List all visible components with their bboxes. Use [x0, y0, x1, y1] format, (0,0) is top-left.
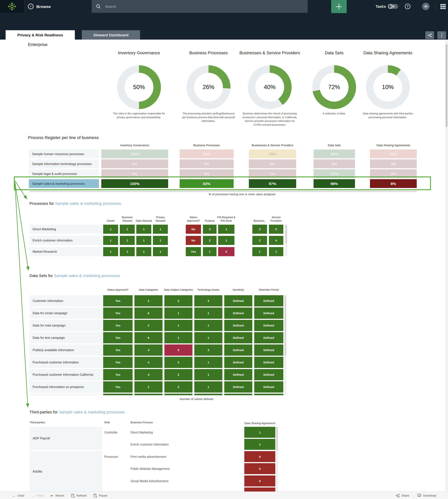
register-row-label[interactable]: Sample information technology processes	[29, 159, 99, 168]
dataset-cell[interactable]: Defined	[224, 332, 252, 343]
register-cell[interactable]: 0%	[370, 159, 417, 168]
register-cell[interactable]: 36%	[180, 150, 234, 158]
register-cell[interactable]: 0%	[180, 159, 234, 168]
dataset-cell[interactable]: Defined	[224, 381, 252, 393]
dataset-cell[interactable]: 0	[164, 344, 192, 356]
process-cell[interactable]: 1	[218, 236, 234, 245]
process-cell[interactable]: 1	[153, 225, 168, 234]
dataset-cell[interactable]: 4	[134, 369, 162, 380]
download-button[interactable]: Download	[417, 494, 436, 498]
dataset-cell[interactable]: 1	[194, 369, 222, 380]
scrollbar-thumb[interactable]	[276, 427, 278, 451]
dataset-cell[interactable]: 2	[134, 320, 162, 331]
pause-button[interactable]: Pause	[94, 494, 107, 498]
register-cell[interactable]: 0%	[101, 159, 168, 168]
thirdparty-cell[interactable]: 0	[244, 475, 275, 486]
dataset-cell[interactable]: Yes	[103, 357, 133, 368]
dataset-cell[interactable]: Defined	[254, 332, 283, 343]
dataset-cell[interactable]: 2	[164, 369, 192, 380]
dataset-cell[interactable]: Yes	[103, 381, 133, 393]
process-cell[interactable]: 1	[103, 236, 118, 245]
process-cell[interactable]: 5	[269, 225, 283, 234]
process-cell[interactable]: 2	[203, 236, 217, 245]
thirdparty-name[interactable]: ADP Payroll	[29, 427, 102, 450]
dataset-cell[interactable]: Defined	[254, 381, 283, 393]
process-cell[interactable]: 1	[120, 247, 135, 256]
apps-grid-icon[interactable]	[440, 3, 446, 9]
dataset-cell[interactable]: Defined	[254, 320, 283, 331]
process-cell[interactable]: 3	[203, 225, 217, 234]
thirdparties-heading-link[interactable]: Sample sales & marketing processes	[59, 410, 125, 414]
process-cell[interactable]: 0	[218, 247, 234, 256]
register-cell[interactable]: 33%	[370, 150, 417, 158]
browse-button[interactable]: Browse	[28, 0, 51, 13]
dataset-cell[interactable]: 2	[134, 381, 162, 393]
thirdparty-name[interactable]: Adzilla	[29, 451, 102, 492]
dataset-cell[interactable]: 1	[164, 308, 192, 319]
dataset-row-label[interactable]: Data for email campaign	[29, 308, 102, 319]
refresh-button[interactable]: Refresh	[71, 494, 87, 498]
process-row-label[interactable]: Market Research	[29, 247, 102, 256]
dataset-cell[interactable]: 3	[194, 344, 222, 356]
help-icon[interactable]: ?	[405, 3, 411, 9]
dataset-cell[interactable]: Yes	[103, 295, 133, 306]
dataset-cell[interactable]: Yes	[103, 332, 133, 343]
dataset-cell[interactable]: Defined	[254, 295, 283, 306]
redo-button[interactable]: → Redo	[32, 494, 44, 498]
dataset-row-label[interactable]: Purchased customer information	[29, 357, 102, 368]
process-cell[interactable]: Yes	[186, 247, 201, 256]
process-row-label[interactable]: Enrich customer information	[29, 236, 102, 245]
scrollbar-thumb[interactable]	[285, 225, 287, 243]
share-button[interactable]: Share	[396, 494, 409, 498]
more-options-button[interactable]	[437, 31, 446, 39]
dataset-cell[interactable]: 6	[134, 332, 162, 343]
dataset-cell[interactable]: 6	[134, 308, 162, 319]
process-cell[interactable]: 1	[136, 236, 151, 245]
tab-privacy-risk-readiness[interactable]: Privacy & Risk Readiness	[6, 30, 75, 40]
search-input[interactable]	[105, 4, 266, 9]
process-cell[interactable]: 1	[136, 247, 151, 256]
dataset-cell[interactable]: Yes	[103, 369, 133, 380]
kpi-donut-chart[interactable]: 40%	[248, 65, 292, 109]
process-row-label[interactable]: Direct Marketing	[29, 225, 102, 234]
process-cell[interactable]: 2	[252, 236, 267, 245]
search-bar[interactable]	[92, 0, 308, 13]
dataset-cell[interactable]: Defined	[224, 295, 252, 306]
activity-spinner-icon[interactable]	[387, 3, 393, 9]
process-cell[interactable]: No	[186, 225, 201, 234]
process-cell[interactable]: 1	[136, 225, 151, 234]
page-scrollbar-thumb[interactable]	[446, 44, 448, 127]
process-cell[interactable]: 1	[218, 225, 234, 234]
kpi-donut-chart[interactable]: 26%	[187, 65, 230, 109]
register-row-label[interactable]: Sample human resources processes	[29, 150, 99, 158]
share-view-button[interactable]	[425, 31, 434, 39]
process-cell[interactable]: 1	[153, 247, 168, 256]
dataset-cell[interactable]: 1	[164, 332, 192, 343]
dataset-cell[interactable]: Defined	[254, 308, 283, 319]
dataset-cell[interactable]: Yes	[103, 308, 133, 319]
user-avatar[interactable]: AI	[422, 3, 430, 10]
register-cell[interactable]: 0%	[249, 159, 296, 168]
thirdparty-cell[interactable]: 1	[244, 439, 275, 450]
dataset-row-label[interactable]: Purchased information on prospects	[29, 381, 102, 393]
dataset-cell[interactable]: 2	[164, 381, 192, 393]
dataset-row-label[interactable]: Data for text campaign	[29, 332, 102, 343]
process-cell[interactable]: 1	[103, 247, 118, 256]
process-cell[interactable]: 1	[103, 225, 118, 234]
dataset-cell[interactable]: Defined	[254, 344, 283, 356]
process-cell[interactable]: 3	[252, 225, 267, 234]
collibra-logo[interactable]	[0, 0, 24, 13]
dataset-row-label[interactable]: Purchased customer information Californi…	[29, 369, 102, 380]
dataset-cell[interactable]: 3	[194, 295, 222, 306]
thirdparty-cell[interactable]: 0	[244, 463, 275, 474]
dataset-cell[interactable]: Yes	[103, 344, 133, 356]
dataset-cell[interactable]: Defined	[254, 357, 283, 368]
dataset-cell[interactable]: 1	[194, 357, 222, 368]
kpi-donut-chart[interactable]: 72%	[312, 65, 356, 109]
revert-button[interactable]: ⇤ Revert	[51, 494, 64, 498]
dataset-cell[interactable]: 1	[194, 308, 222, 319]
dataset-row-label[interactable]: Data for mail campaign	[29, 320, 102, 331]
kpi-donut-chart[interactable]: 50%	[117, 65, 161, 109]
tab-steward-dashboard[interactable]: Steward Dashboard	[82, 30, 140, 40]
dataset-cell[interactable]: 2	[164, 357, 192, 368]
